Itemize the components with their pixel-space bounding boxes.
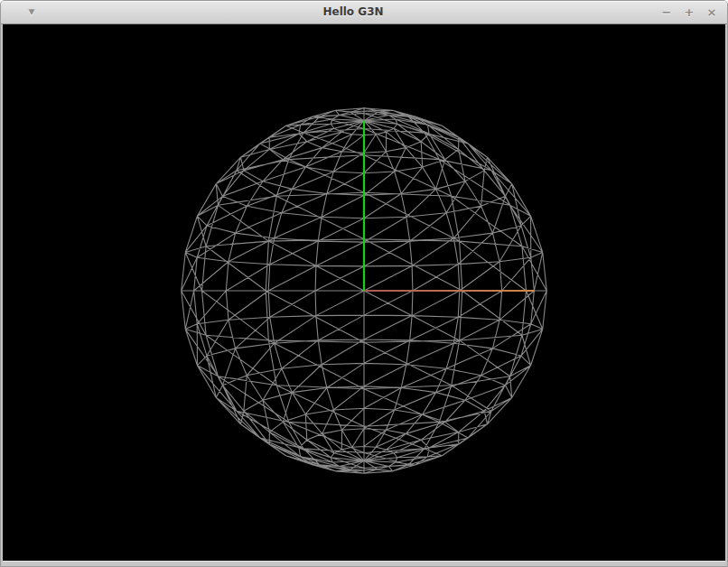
- window-controls: − + ×: [660, 1, 718, 23]
- maximize-button[interactable]: +: [683, 1, 695, 23]
- window-title: Hello G3N: [55, 1, 651, 23]
- minimize-button[interactable]: −: [660, 1, 673, 23]
- close-icon: ×: [707, 5, 717, 19]
- render-viewport[interactable]: [3, 24, 725, 561]
- window-bottom-border: [3, 561, 725, 566]
- minimize-icon: −: [662, 5, 672, 19]
- app-window: ▼ Hello G3N − + ×: [0, 0, 728, 567]
- window-menu-icon: ▼: [29, 7, 35, 16]
- window-menu-button[interactable]: ▼: [24, 1, 39, 23]
- 3d-scene: [3, 24, 725, 561]
- title-bar[interactable]: ▼ Hello G3N − + ×: [1, 1, 727, 24]
- maximize-icon: +: [685, 5, 695, 19]
- close-button[interactable]: ×: [705, 1, 718, 23]
